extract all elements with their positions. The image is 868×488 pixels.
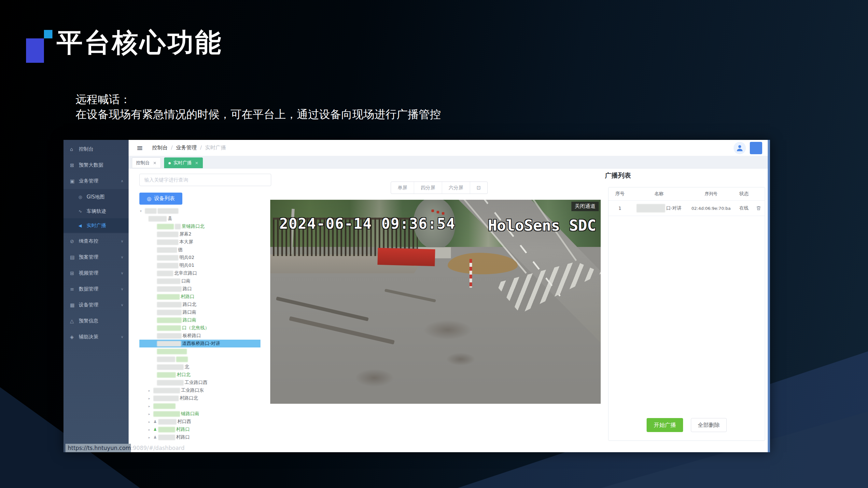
tree-node[interactable]: 明兵02 [140,254,260,262]
tree-node-label: 路口南 [183,317,196,323]
chevron-down-icon: ∨ [121,255,123,259]
breadcrumb-item[interactable]: 实时广播 [205,144,226,151]
tree-node[interactable]: 路口南 [140,316,260,324]
redacted-text [157,271,173,276]
tree-node[interactable]: 道西板桥路口-对讲 [140,340,260,348]
tree-node[interactable]: 口南 [140,277,260,285]
tree-node[interactable] [140,348,260,355]
tab-close-icon[interactable]: × [153,160,157,165]
tree-node[interactable]: 里铺路口北 [140,223,260,230]
menu-toggle-icon[interactable]: ≡ [136,143,143,153]
tree-node[interactable]: 口（北焦线） [140,324,260,332]
tree-node-label: 路口南 [183,310,196,315]
tree-node[interactable]: 县 [140,215,260,223]
caret-closed-icon[interactable]: ▸ [149,435,153,439]
redacted-text [145,208,157,214]
tree-node[interactable]: ▸ [140,402,260,410]
redacted-text [176,357,188,362]
caret-closed-icon[interactable]: ▸ [149,420,153,424]
tree-node[interactable]: 路口 [140,285,260,293]
tree-node[interactable]: ▸♟村路口 [140,426,260,433]
tree-node[interactable]: ▸♟村口西 [140,418,260,426]
tree-node[interactable]: 村口北 [140,371,260,379]
title-accent-square-small [44,30,53,38]
sidebar-item-business-mgmt[interactable]: ▣业务管理∧ [63,173,129,189]
redacted-text [157,232,179,237]
sidebar-item-decision-support[interactable]: ◈辅助决策∨ [63,329,129,345]
sidebar-item-label: 数据管理 [79,286,98,292]
sidebar-subitem-vehicle-track[interactable]: ∿车辆轨迹 [63,204,129,218]
device-list-button[interactable]: ◎ 设备列表 [140,193,182,205]
main-content: ◎ 设备列表 ▾县里铺路口北屏幕2本大屏德明兵02明兵01北辛庄路口口南路口村路… [129,168,770,452]
tree-node[interactable] [140,355,260,363]
sidebar-item-warning-info[interactable]: △预警信息 [63,313,129,329]
slide: 平台核心功能 远程喊话： 在设备现场有紧急情况的时候，可在平台上，通过设备向现场… [0,0,868,488]
caret-closed-icon[interactable]: ▸ [149,404,153,408]
tree-node[interactable]: 路口南 [140,308,260,316]
tree-node[interactable]: 路口北 [140,301,260,308]
sidebar-item-console[interactable]: ⌂控制台 [63,141,129,157]
caret-closed-icon[interactable]: ▸ [149,412,153,416]
tree-node[interactable]: 本大屏 [140,238,260,246]
search-input[interactable] [140,174,271,186]
video-feed: 2024-06-14 09:36:54 HoloSens SDC 关闭通道 [270,200,601,404]
caret-open-icon[interactable]: ▾ [140,209,145,213]
breadcrumb-item[interactable]: 控制台 [152,144,168,151]
start-broadcast-button[interactable]: 开始广播 [647,418,683,432]
tree-node-label: 村口西 [178,419,191,425]
sidebar-item-label: 预案管理 [79,254,98,260]
redacted-text [157,239,179,245]
tab-live-broadcast[interactable]: ●实时广播× [164,158,203,168]
tree-node[interactable]: ▸村路口北 [140,394,260,402]
tab-active-dot-icon: ● [168,161,171,165]
tree-node[interactable]: 明兵01 [140,262,260,269]
chevron-down-icon: ∨ [121,271,123,275]
caret-closed-icon[interactable]: ▸ [149,397,153,400]
caret-closed-icon[interactable]: ▸ [149,389,153,392]
tree-node[interactable]: 北 [140,363,260,371]
tree-node-label: 明兵02 [179,255,194,261]
sidebar-item-video-mgmt[interactable]: ⊞视频管理∨ [63,265,129,281]
tab-console[interactable]: 控制台× [132,158,161,168]
sidebar-subitem-live-broadcast[interactable]: ◀实时广播 [63,218,129,233]
tree-node[interactable]: 村路口 [140,293,260,301]
fullscreen-button[interactable]: ⊡ [470,182,487,194]
breadcrumb-item[interactable]: 业务管理 [176,144,197,151]
redacted-text [157,310,182,315]
redacted-text [157,255,179,261]
tree-node[interactable]: ▸♟村路口 [140,433,260,441]
row-name: 口-对讲 [631,204,687,213]
breadcrumb: 控制台/业务管理/实时广播 [152,144,226,151]
tree-node-label: 路口北 [183,301,196,307]
sidebar-item-plan-mgmt[interactable]: ▤预案管理∨ [63,249,129,265]
tree-node[interactable]: 板桥路口 [140,332,260,340]
sidebar-item-data-mgmt[interactable]: ≡数据管理∨ [63,281,129,297]
delete-all-button[interactable]: 全部删除 [691,418,727,432]
screen-mode-button[interactable]: 单屏 [391,182,414,194]
tree-node[interactable]: ▾ [140,207,260,215]
tree-node[interactable]: 屏幕2 [140,230,260,238]
tree-node-label: 板桥路口 [183,333,201,339]
redacted-text [157,286,182,292]
sidebar-item-warning-bigdata[interactable]: ⊠预警大数据 [63,157,129,173]
tree-node[interactable]: ▸铺路口南 [140,410,260,418]
tree-node[interactable]: 北辛庄路口 [140,269,260,277]
tree-node[interactable]: ▸工业路口东 [140,387,260,394]
user-avatar-icon[interactable] [734,142,746,154]
close-channel-button[interactable]: 关闭通道 [571,202,599,211]
tree-node[interactable]: 德 [140,246,260,254]
sidebar-subitem-label: 实时广播 [87,223,106,229]
sidebar-item-device-mgmt[interactable]: ▦设备管理∨ [63,297,129,313]
tree-node[interactable]: 工业路口西 [140,379,260,387]
person-icon [736,144,744,152]
window-scrollbar[interactable] [768,140,770,452]
screen-mode-button[interactable]: 六分屏 [442,182,470,194]
delete-row-button[interactable] [752,206,765,211]
sidebar-submenu: ◎GIS地图∿车辆轨迹◀实时广播 [63,189,129,233]
screen-mode-button[interactable]: 四分屏 [414,182,442,194]
sidebar-subitem-gis-map[interactable]: ◎GIS地图 [63,190,129,204]
chevron-down-icon: ∨ [121,239,123,243]
sidebar-item-patrol-control[interactable]: ⊘缉查布控∨ [63,233,129,249]
caret-closed-icon[interactable]: ▸ [149,428,153,431]
tab-close-icon[interactable]: × [195,160,198,165]
